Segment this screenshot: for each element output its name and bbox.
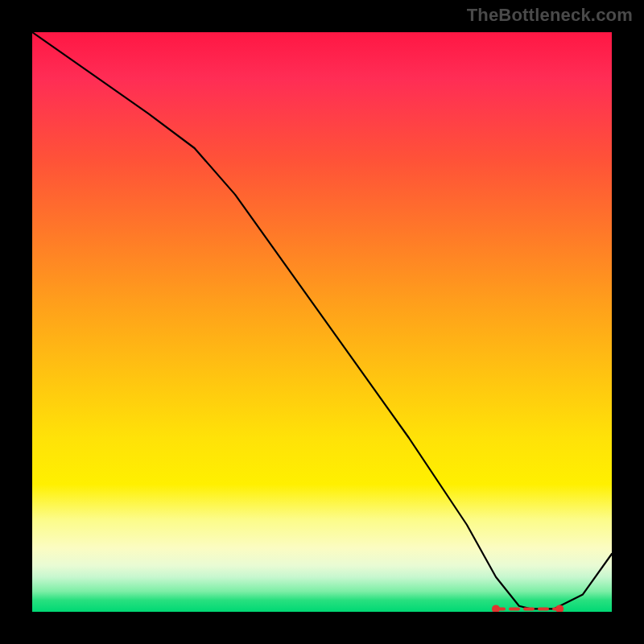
chart-frame: TheBottleneck.com [0, 0, 644, 644]
plot-area [32, 32, 612, 612]
highlight-dot-end [555, 605, 564, 612]
highlight-dot-start [492, 605, 500, 612]
bottleneck-curve [32, 32, 612, 609]
chart-overlay [32, 32, 612, 612]
watermark-text: TheBottleneck.com [467, 5, 633, 26]
highlight-segment [492, 605, 564, 612]
